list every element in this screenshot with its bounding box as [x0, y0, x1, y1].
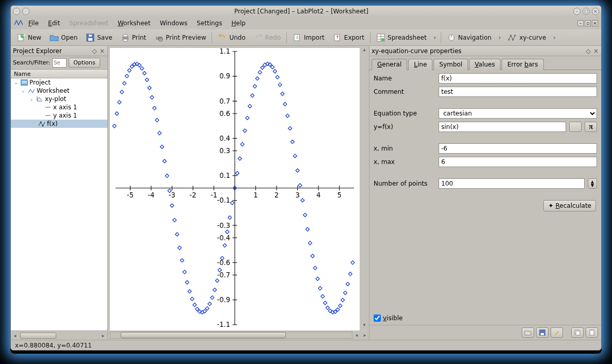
svg-text:4: 4 [316, 191, 320, 199]
maximize-icon[interactable]: ▢ [583, 8, 590, 15]
svg-rect-87 [576, 331, 580, 335]
menu-settings[interactable]: Settings [192, 19, 226, 28]
tab-line[interactable]: Line [408, 59, 432, 70]
new-button[interactable]: +New [13, 31, 45, 44]
mdi-minimize-icon[interactable]: – [577, 20, 584, 26]
tree-project[interactable]: Project [29, 79, 51, 86]
worksheet-icon [27, 87, 36, 94]
options-button[interactable]: Options [69, 58, 100, 68]
tab-general[interactable]: General [372, 59, 407, 70]
undo-button[interactable]: Undo [214, 31, 249, 44]
save-theme-button[interactable] [536, 327, 549, 338]
explorer-hscroll[interactable]: ◂ ▸ [11, 330, 107, 340]
mdi-restore-icon[interactable]: ▫ [585, 20, 591, 26]
svg-rect-26 [22, 82, 27, 84]
menubar: File Edit Spreadsheet Worksheet Windows … [11, 17, 601, 29]
comment-field[interactable] [439, 87, 597, 97]
xy-plot[interactable]: -5-4-3-2-112345-1.1-0.9-0.7-0.6-0.4-0.3-… [110, 48, 360, 330]
xyplot-icon [36, 95, 44, 103]
tree-yaxis[interactable]: y axis 1 [53, 112, 77, 119]
titlebar-menu-icon[interactable]: ◦ [13, 8, 20, 15]
edit-theme-button[interactable] [551, 327, 563, 338]
npoints-stepper[interactable]: ▴▾ [588, 178, 597, 189]
axis-icon [44, 112, 52, 119]
tab-values[interactable]: Values [469, 59, 501, 70]
copy-button[interactable] [571, 327, 584, 338]
project-icon [20, 79, 28, 86]
xy-curve-button[interactable]: xy-curve [504, 31, 550, 44]
export-button[interactable]: Export [329, 31, 368, 44]
functions-button[interactable] [569, 122, 582, 132]
svg-text:0.1: 0.1 [219, 172, 230, 179]
tree-worksheet[interactable]: Worksheet [37, 87, 70, 94]
load-theme-button[interactable] [522, 327, 534, 338]
project-explorer-panel: Project Explorer ◇ × Search/Filter: Opti… [11, 46, 108, 340]
svg-text:3: 3 [295, 191, 299, 199]
plot-hscroll[interactable]: ◂▸ [108, 330, 369, 340]
svg-text:-5: -5 [127, 191, 134, 199]
menu-help[interactable]: Help [227, 19, 249, 28]
svg-text:0.7: 0.7 [219, 97, 230, 105]
svg-point-17 [381, 38, 384, 41]
svg-text:-0.1: -0.1 [217, 196, 230, 204]
visible-label[interactable]: visible [383, 315, 402, 322]
project-tree[interactable]: ⌄Project ⌄Worksheet ⌄xy-plot x axis 1 y … [11, 78, 107, 330]
svg-rect-12 [334, 35, 340, 41]
yfx-field[interactable] [439, 122, 566, 132]
tree-xyplot[interactable]: xy-plot [45, 95, 66, 103]
npoints-field[interactable] [439, 178, 585, 189]
redo-icon [254, 33, 263, 42]
spreadsheet-button[interactable]: Spreadsheet [373, 31, 430, 44]
mdi-close-icon[interactable]: × [592, 20, 598, 26]
svg-rect-8 [123, 39, 127, 41]
spreadsheet-icon [376, 33, 385, 42]
tree-fx[interactable]: f(x) [47, 120, 58, 127]
properties-close-icon[interactable]: × [593, 48, 599, 54]
xmin-label: x, min [374, 145, 436, 152]
menu-windows[interactable]: Windows [156, 19, 192, 28]
tree-column-name[interactable]: Name [11, 69, 107, 78]
paste-button[interactable] [586, 327, 598, 338]
open-button[interactable]: Open [46, 31, 81, 44]
name-field[interactable] [439, 73, 597, 84]
plot-vscroll[interactable]: ▴▾ [360, 46, 369, 330]
menu-file[interactable]: File [24, 19, 43, 28]
svg-text:0.4: 0.4 [219, 135, 230, 142]
minimize-icon[interactable]: – [573, 8, 581, 15]
close-icon[interactable]: × [592, 8, 599, 15]
navigation-button[interactable]: Navigation [443, 31, 495, 44]
properties-tabs: General Line Symbol Values Error bars [369, 56, 601, 70]
import-button[interactable]: Import [289, 31, 328, 44]
xycurve-overflow-icon[interactable]: › [551, 34, 558, 41]
properties-float-icon[interactable]: ◇ [585, 48, 591, 54]
search-input[interactable] [52, 58, 67, 68]
menu-worksheet[interactable]: Worksheet [114, 19, 155, 28]
navigation-overflow-icon[interactable]: › [496, 34, 503, 41]
svg-rect-85 [541, 333, 544, 335]
menu-spreadsheet: Spreadsheet [65, 19, 112, 28]
xmin-field[interactable] [439, 143, 597, 154]
eqtype-select[interactable]: cartesian [439, 108, 597, 119]
tree-xaxis[interactable]: x axis 1 [53, 104, 77, 111]
svg-text:-4: -4 [148, 191, 154, 199]
print-preview-button[interactable]: Print Preview [151, 31, 210, 44]
tab-symbol[interactable]: Symbol [433, 59, 468, 70]
explorer-float-icon[interactable]: ◇ [91, 48, 98, 54]
save-button[interactable]: Save [82, 31, 116, 44]
recalculate-button[interactable]: ✦Recalculate [543, 200, 596, 211]
constants-button[interactable]: π [585, 122, 597, 132]
svg-text:-0.3: -0.3 [217, 221, 230, 229]
xmax-field[interactable] [439, 157, 597, 167]
tab-errorbars[interactable]: Error bars [502, 59, 543, 70]
curve-icon [508, 33, 517, 42]
svg-text:1.1: 1.1 [219, 48, 230, 55]
explorer-close-icon[interactable]: × [99, 48, 105, 54]
print-button[interactable]: Print [117, 31, 150, 44]
titlebar-pin-icon[interactable]: · [22, 8, 29, 15]
comment-label: Comment [374, 88, 436, 95]
toolbar-overflow-icon[interactable]: › [431, 34, 439, 41]
menu-edit[interactable]: Edit [44, 19, 64, 28]
visible-checkbox[interactable] [374, 315, 381, 322]
svg-rect-89 [591, 329, 593, 330]
svg-text:-0.4: -0.4 [217, 234, 230, 242]
